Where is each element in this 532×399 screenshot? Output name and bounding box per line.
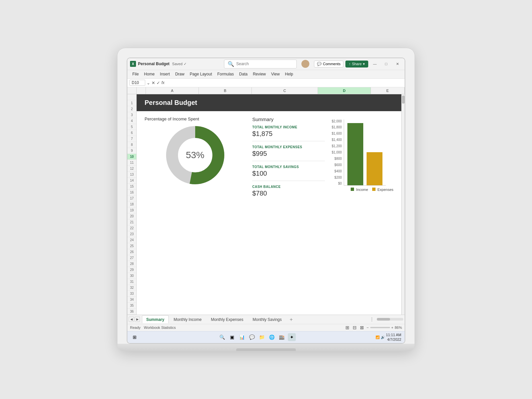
row-25: 25 — [127, 243, 136, 249]
maximize-button[interactable]: □ — [381, 60, 391, 68]
start-button[interactable]: ⊞ — [131, 333, 139, 341]
col-header-b[interactable]: B — [199, 87, 252, 94]
cell-reference[interactable] — [129, 80, 145, 86]
col-header-indicator — [137, 87, 146, 94]
tab-navigation: ◀ ▶ — [129, 317, 140, 322]
search-box[interactable]: 🔍 — [224, 60, 297, 68]
scrollbar-thumb-v[interactable] — [402, 96, 405, 104]
row-31: 31 — [127, 279, 136, 285]
taskbar-excel-icon[interactable]: ✦ — [288, 333, 296, 341]
row-35: 35 — [127, 303, 136, 309]
sound-icon: 🔊 — [381, 335, 385, 339]
vertical-scrollbar[interactable] — [401, 94, 405, 315]
formula-bar: ⌄ ✕ ✓ fx — [127, 79, 405, 87]
expand-icon: ⌄ — [147, 80, 150, 85]
summary-title: Summary — [252, 116, 325, 122]
zoom-slider[interactable] — [370, 327, 390, 328]
col-header-e[interactable]: E — [371, 87, 405, 94]
taskbar-teams-icon[interactable]: 💬 — [248, 333, 256, 341]
row-14: 14 — [127, 178, 136, 184]
taskbar-edge-icon[interactable]: 🌐 — [268, 333, 276, 341]
donut-container: 53% — [145, 125, 245, 185]
taskbar-store-icon[interactable]: 🏬 — [278, 333, 286, 341]
taskbar-search-icon[interactable]: 🔍 — [218, 333, 226, 341]
balance-label: CASH BALANCE — [252, 185, 325, 189]
insert-function-icon[interactable]: fx — [161, 80, 164, 85]
share-button[interactable]: ↑ Share ▾ — [345, 61, 368, 67]
row-23: 23 — [127, 231, 136, 237]
row-8: 8 — [127, 142, 136, 148]
status-bar: Ready Workbook Statistics ⊞ ⊟ ⊠ − + 86% — [127, 324, 405, 331]
y-label-200: $200 — [334, 176, 342, 179]
taskbar-clock: 11:11 AM 4/7/2022 — [386, 332, 401, 342]
row-21: 21 — [127, 219, 136, 225]
add-sheet-button[interactable]: + — [287, 315, 296, 323]
menu-home[interactable]: Home — [142, 71, 157, 77]
search-input[interactable] — [236, 62, 293, 66]
tab-summary[interactable]: Summary — [142, 315, 169, 323]
zoom-out-icon[interactable]: − — [367, 326, 369, 330]
scrollbar-thumb-h[interactable] — [377, 318, 390, 321]
taskbar-widgets-icon[interactable]: 📊 — [238, 333, 246, 341]
tab-next-button[interactable]: ▶ — [135, 317, 140, 322]
row-3: 3 — [127, 112, 136, 118]
comments-button[interactable]: 💬 Comments — [314, 61, 343, 67]
share-chevron-icon: ▾ — [363, 62, 365, 66]
income-bar-col — [347, 119, 363, 185]
menu-draw[interactable]: Draw — [173, 71, 187, 77]
scrollbar-track — [377, 318, 403, 321]
formula-input[interactable] — [166, 80, 403, 85]
status-right: ⊞ ⊟ ⊠ − + 86% — [345, 325, 402, 330]
minimize-button[interactable]: — — [370, 60, 379, 68]
menu-file[interactable]: File — [130, 71, 141, 77]
row-33: 33 — [127, 291, 136, 297]
column-headers: A B C D E — [127, 87, 405, 94]
page-break-view-button[interactable]: ⊠ — [359, 325, 365, 330]
income-legend: Income — [351, 188, 368, 192]
dashboard-body: Percentage of Income Spent — [137, 111, 401, 210]
taskbar-explorer-icon[interactable]: 📁 — [258, 333, 266, 341]
col-header-d[interactable]: D — [318, 87, 371, 94]
page-layout-view-button[interactable]: ⊟ — [352, 325, 357, 330]
confirm-formula-icon[interactable]: ✓ — [156, 80, 160, 85]
income-value: $1,875 — [252, 130, 325, 138]
donut-percent-label: 53% — [186, 150, 204, 160]
row-13: 13 — [127, 172, 136, 178]
menu-page-layout[interactable]: Page Layout — [187, 71, 214, 77]
row-19: 19 — [127, 207, 136, 213]
tab-monthly-expenses[interactable]: Monthly Expenses — [206, 315, 247, 323]
tab-options-button[interactable]: ⋮ — [368, 317, 376, 322]
income-legend-label: Income — [356, 188, 368, 192]
zoom-in-icon[interactable]: + — [391, 326, 393, 330]
taskbar-task-view-icon[interactable]: ▣ — [228, 333, 236, 341]
menu-formulas[interactable]: Formulas — [215, 71, 236, 77]
col-header-c[interactable]: C — [252, 87, 318, 94]
menu-review[interactable]: Review — [250, 71, 268, 77]
menu-data[interactable]: Data — [237, 71, 250, 77]
taskbar-center: 🔍 ▣ 📊 💬 📁 🌐 🏬 ✦ — [141, 333, 373, 341]
y-label-1200: $1,200 — [332, 144, 342, 148]
row-12: 12 — [127, 166, 136, 172]
y-label-2000: $2,000 — [332, 119, 342, 123]
close-button[interactable]: ✕ — [393, 60, 402, 68]
row-27: 27 — [127, 255, 136, 261]
menu-insert[interactable]: Insert — [157, 71, 172, 77]
cancel-formula-icon[interactable]: ✕ — [152, 80, 155, 85]
sheet-tabs: ◀ ▶ Summary Monthly Income Monthly Expen… — [127, 315, 405, 324]
tab-monthly-income[interactable]: Monthly Income — [169, 315, 206, 323]
workbook-stats[interactable]: Workbook Statistics — [144, 326, 176, 330]
row-24: 24 — [127, 237, 136, 243]
corner-cell — [127, 87, 137, 94]
menu-help[interactable]: Help — [283, 71, 295, 77]
row-15: 15 — [127, 184, 136, 190]
normal-view-button[interactable]: ⊞ — [345, 325, 350, 330]
taskbar: ⊞ 🔍 ▣ 📊 💬 📁 🌐 🏬 ✦ 📶 🔊 11:11 AM 4/7/2022 — [127, 331, 405, 343]
income-label: TOTAL MONTHLY INCOME — [252, 125, 325, 129]
row-20: 20 — [127, 213, 136, 219]
dashboard-header: Personal Budget — [137, 94, 401, 111]
tab-monthly-savings[interactable]: Monthly Savings — [248, 315, 286, 323]
menu-view[interactable]: View — [269, 71, 282, 77]
y-label-800: $800 — [334, 157, 342, 160]
tab-prev-button[interactable]: ◀ — [129, 317, 134, 322]
col-header-a[interactable]: A — [146, 87, 199, 94]
